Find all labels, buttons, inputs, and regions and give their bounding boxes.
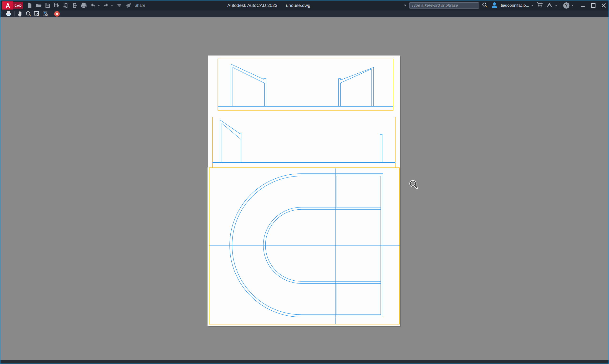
autodesk-logo-icon[interactable]: [546, 2, 553, 9]
window-title: Autodesk AutoCAD 2023 uhouse.dwg: [227, 0, 311, 11]
help-dropdown-icon[interactable]: [571, 4, 574, 6]
bottom-strip: [0, 360, 609, 364]
zoom-window-icon[interactable]: [34, 11, 40, 17]
window-controls: [580, 3, 607, 8]
save-as-icon[interactable]: [53, 2, 60, 9]
customize-quick-access-icon[interactable]: [116, 2, 122, 9]
open-folder-icon[interactable]: [35, 2, 42, 9]
save-to-web-mobile-icon[interactable]: [71, 2, 78, 9]
quick-access-toolbar: Share: [26, 2, 145, 9]
new-file-icon[interactable]: [26, 2, 33, 9]
titlebar-divider: [560, 3, 560, 8]
zoom-original-icon[interactable]: [42, 11, 48, 17]
username-label[interactable]: tiagobonifacio...: [501, 3, 529, 8]
zoom-cursor: [410, 181, 417, 188]
help-icon[interactable]: ?: [563, 2, 570, 9]
close-button[interactable]: [601, 3, 607, 8]
window-title-app: Autodesk AutoCAD 2023: [227, 3, 277, 8]
autocad-window: A CAD: [0, 0, 609, 364]
search-input[interactable]: [409, 2, 479, 9]
redo-dropdown-icon[interactable]: [111, 4, 113, 6]
toolbar-grip[interactable]: [1, 11, 3, 17]
window-title-doc: uhouse.dwg: [286, 3, 310, 8]
close-preview-icon[interactable]: [54, 11, 60, 17]
titlebar-right: tiagobonifacio... ?: [404, 0, 607, 11]
autodesk-dropdown-icon[interactable]: [555, 4, 557, 6]
plot-preview-toolbar: [0, 11, 609, 17]
plot-preview-canvas[interactable]: [0, 17, 609, 360]
toolbar-divider: [14, 11, 14, 16]
maximize-button[interactable]: [590, 3, 596, 8]
autocad-logo-icon: A: [2, 1, 13, 10]
undo-dropdown-icon[interactable]: [98, 4, 100, 6]
application-menu-button[interactable]: A CAD: [2, 1, 23, 10]
search-icon[interactable]: [482, 2, 488, 9]
share-icon[interactable]: [125, 2, 131, 9]
user-dropdown-icon[interactable]: [531, 4, 533, 6]
open-from-web-mobile-icon[interactable]: [63, 2, 69, 9]
search-expand-icon[interactable]: [404, 3, 406, 8]
save-icon[interactable]: [44, 2, 51, 9]
cart-icon[interactable]: [536, 2, 543, 9]
titlebar: A CAD: [0, 0, 609, 11]
minimize-button[interactable]: [580, 3, 586, 8]
preview-plot-icon[interactable]: [5, 11, 12, 17]
sheet-sections: [208, 55, 400, 168]
zoom-icon[interactable]: [26, 11, 32, 17]
plot-icon[interactable]: [80, 2, 87, 9]
share-label[interactable]: Share: [134, 3, 145, 8]
paper-sheets: [207, 55, 401, 327]
sheet-plan: [207, 168, 400, 326]
avatar-icon[interactable]: [491, 1, 498, 10]
toolbar-divider: [51, 11, 51, 16]
redo-icon[interactable]: [103, 2, 109, 9]
plot-canvas-svg[interactable]: [0, 17, 609, 360]
undo-icon[interactable]: [90, 2, 96, 9]
autocad-logo-badge: CAD: [13, 2, 23, 9]
pan-icon[interactable]: [17, 11, 23, 17]
